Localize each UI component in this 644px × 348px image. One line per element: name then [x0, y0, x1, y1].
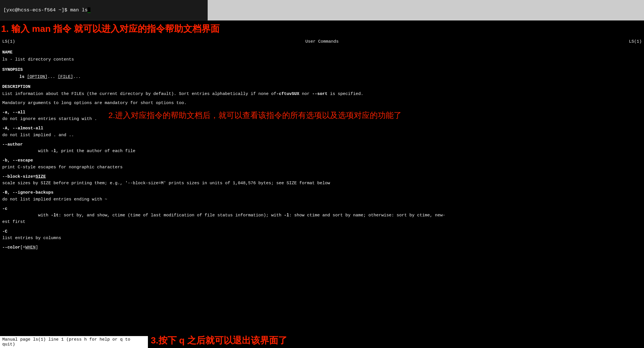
opt-b-row: -b, --escape print C-style escapes for n… [2, 157, 642, 171]
opt-blocksize-underline: SIZE [36, 174, 46, 179]
desc1-text: List information about the FILEs (the cu… [2, 92, 276, 96]
prompt-text: [yxc@hcss-ecs-f564 ~]$ man ls█ [3, 7, 90, 13]
man-header-center: User Commands [305, 39, 338, 44]
prompt-prefix: [yxc@hcss-ecs-f564 ~]$ man ls [3, 7, 88, 13]
opt-color-row: --color[=WHEN] [2, 244, 642, 251]
annotation-2: 2.进入对应指令的帮助文档后，就可以查看该指令的所有选项以及选项对应的功能了 [108, 109, 402, 121]
annotation-1: 1. 输入 man 指令 就可以进入对应的指令帮助文档界面 [0, 20, 644, 38]
cursor-block: █ [88, 7, 90, 13]
opt-color-bracket1: [= [20, 245, 25, 250]
synopsis-dots2: ... [73, 74, 81, 79]
opt-author-desc: with -l, print the author of each file [2, 148, 642, 154]
desc1-mid: nor [299, 92, 312, 96]
man-header-left: LS(1) [2, 39, 15, 44]
description-header: DESCRIPTION [2, 84, 642, 90]
desc1-end: is specified. [327, 92, 363, 96]
opt-C-name: -C [2, 229, 7, 234]
name-content: ls - list directory contents [2, 56, 642, 63]
man-header-right: LS(1) [629, 39, 642, 44]
opt-blocksize-name: --block-size= [2, 174, 36, 179]
opt-author-row: --author with -l, print the author of ea… [2, 141, 642, 155]
opt-color-name-line: --color[=WHEN] [2, 244, 642, 251]
status-bar: Manual page ls(1) line 1 (press h for he… [0, 336, 148, 348]
top-bar: [yxc@hcss-ecs-f564 ~]$ man ls█ [0, 0, 644, 20]
opt-A-desc: do not list implied . and .. [2, 132, 642, 138]
synopsis-option: [OPTION] [27, 74, 48, 79]
synopsis-line: ls [OPTION]... [FILE]... [19, 74, 642, 80]
desc2-line: Mandatory arguments to long options are … [2, 100, 642, 106]
opt-color-underline: WHEN [25, 245, 36, 250]
name-header: NAME [2, 49, 642, 56]
opt-B-row: -B, --ignore-backups do not list implied… [2, 189, 642, 203]
desc1-line: List information about the FILEs (the cu… [2, 91, 642, 97]
opt-c-name: -c [2, 206, 7, 211]
opt-C-desc: list entries by columns [2, 235, 642, 241]
opt-c-desc-line: with -lt: sort by, and show, ctime (time… [2, 212, 642, 219]
opt-a-desc: do not ignore entries starting with . [2, 116, 97, 122]
opt-c-desc2: est first [2, 219, 642, 225]
opt-c-row: -c with -lt: sort by, and show, ctime (t… [2, 206, 642, 225]
synopsis-dots1: ... [48, 74, 55, 79]
opt-color-bracket2: ] [36, 245, 38, 250]
terminal-title-right [208, 0, 644, 20]
opt-color-name: --color [2, 245, 20, 250]
opt-blocksize-name-line: --block-size=SIZE [2, 173, 642, 180]
opt-b-desc: print C-style escapes for nongraphic cha… [2, 164, 642, 171]
opt-c-name-line: -c [2, 206, 642, 212]
synopsis-file: [FILE] [58, 74, 73, 79]
opt-blocksize-row: --block-size=SIZE scale sizes by SIZE be… [2, 173, 642, 187]
opt-A-row: -A, --almost-all do not list implied . a… [2, 125, 642, 138]
terminal-title-left: [yxc@hcss-ecs-f564 ~]$ man ls█ [0, 0, 208, 20]
opt-author-name: --author [2, 141, 642, 148]
opt-C-row: -C list entries by columns [2, 228, 642, 242]
opt-a-name: -a, --all [2, 109, 97, 116]
desc1-bold2: --sort [312, 92, 327, 96]
desc1-bold1: -cftuvSUX [276, 92, 299, 96]
synopsis-header: SYNOPSIS [2, 67, 642, 73]
synopsis-ls: ls [19, 74, 24, 79]
opt-A-name: -A, --almost-all [2, 125, 642, 132]
opt-B-name: -B, --ignore-backups [2, 189, 642, 196]
opt-b-name: -b, --escape [2, 157, 642, 164]
opt-author-l: -l [51, 149, 56, 154]
man-content: NAME ls - list directory contents SYNOPS… [0, 49, 644, 251]
opt-C-name-line: -C [2, 228, 642, 235]
opt-blocksize-desc: scale sizes by SIZE before printing them… [2, 180, 642, 187]
opt-c-and: and [87, 213, 94, 218]
annotation-3: 3.按下 q 之后就可以退出该界面了 [151, 333, 287, 348]
opt-a-row: -a, --all do not ignore entries starting… [2, 109, 642, 123]
opt-B-desc: do not list implied entries ending with … [2, 196, 642, 203]
man-header: LS(1) User Commands LS(1) [0, 38, 644, 45]
